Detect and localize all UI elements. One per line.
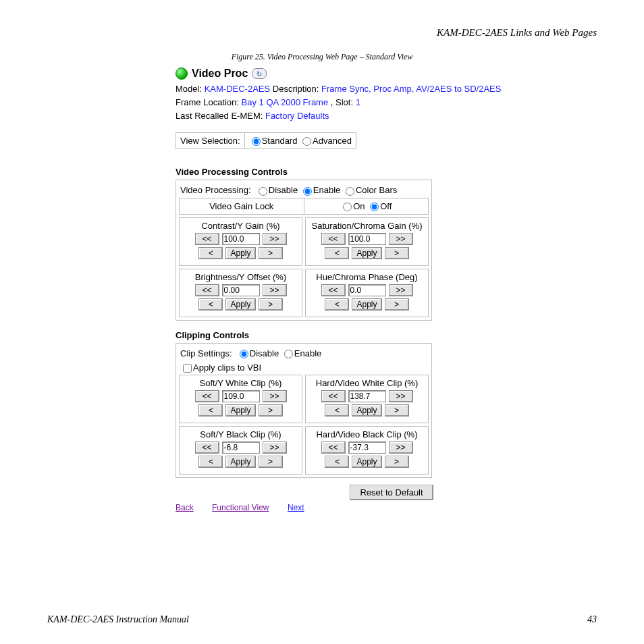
- hardwhite-dec2-button[interactable]: <<: [321, 390, 346, 402]
- view-advanced-label: Advanced: [313, 136, 352, 146]
- saturation-label: Saturation/Chroma Gain (%): [308, 221, 425, 231]
- vp-disable-radio[interactable]: [259, 187, 267, 196]
- softblack-apply-button[interactable]: Apply: [225, 456, 255, 468]
- contrast-label: Contrast/Y Gain (%): [182, 221, 299, 231]
- hardblack-inc2-button[interactable]: >>: [389, 441, 413, 454]
- contrast-apply-button[interactable]: Apply: [225, 247, 255, 259]
- view-standard-radio[interactable]: [252, 137, 261, 146]
- brightness-dec1-button[interactable]: <: [198, 298, 223, 311]
- back-link[interactable]: Back: [176, 503, 194, 512]
- nav-links: Back Functional View Next: [176, 503, 608, 512]
- saturation-apply-button[interactable]: Apply: [352, 247, 381, 259]
- vp-enable-radio[interactable]: [303, 187, 312, 196]
- model-value: KAM-DEC-2AES: [205, 84, 271, 94]
- brightness-cell: Brightness/Y Offset (%) << >> < Apply >: [179, 269, 302, 317]
- frame-label: Frame Location:: [176, 97, 242, 107]
- header-section: KAM-DEC-2AES Links and Web Pages: [47, 27, 597, 38]
- apply-vbi-label: Apply clips to VBI: [193, 363, 261, 373]
- saturation-inc2-button[interactable]: >>: [389, 233, 413, 245]
- brightness-inc2-button[interactable]: >>: [263, 284, 287, 296]
- contrast-dec1-button[interactable]: <: [198, 247, 223, 259]
- slot-label: , Slot:: [328, 97, 355, 107]
- clip-disable-label: Disable: [250, 348, 279, 358]
- hue-inc2-button[interactable]: >>: [389, 284, 413, 296]
- functional-view-link[interactable]: Functional View: [212, 503, 269, 512]
- slot-value: 1: [356, 97, 360, 107]
- apply-vbi-checkbox[interactable]: [183, 364, 192, 373]
- clip-panel: Clip Settings: Disable Enable Apply clip…: [176, 343, 432, 478]
- softwhite-inc1-button[interactable]: >: [259, 404, 283, 417]
- brightness-inc1-button[interactable]: >: [259, 298, 283, 311]
- hue-input[interactable]: [348, 284, 386, 296]
- softblack-cell: Soft/Y Black Clip (%) << >> < Apply >: [179, 426, 302, 475]
- hardblack-dec2-button[interactable]: <<: [321, 441, 346, 454]
- view-standard-label: Standard: [262, 136, 298, 146]
- gainlock-on-label: On: [353, 201, 365, 211]
- softblack-dec2-button[interactable]: <<: [195, 441, 219, 454]
- view-advanced-radio[interactable]: [302, 137, 311, 146]
- contrast-dec2-button[interactable]: <<: [195, 233, 219, 245]
- softwhite-input[interactable]: [222, 390, 260, 402]
- brightness-input[interactable]: [222, 284, 260, 296]
- softblack-dec1-button[interactable]: <: [198, 456, 223, 468]
- brightness-dec2-button[interactable]: <<: [195, 284, 219, 296]
- hardblack-inc1-button[interactable]: >: [385, 456, 409, 468]
- hue-apply-button[interactable]: Apply: [352, 298, 381, 311]
- vp-label: Video Processing:: [180, 185, 251, 195]
- saturation-dec2-button[interactable]: <<: [321, 233, 346, 245]
- saturation-cell: Saturation/Chroma Gain (%) << >> < Apply…: [305, 217, 429, 266]
- hue-inc1-button[interactable]: >: [385, 298, 409, 311]
- softblack-input[interactable]: [222, 441, 260, 454]
- softwhite-dec1-button[interactable]: <: [198, 404, 223, 417]
- next-link[interactable]: Next: [288, 503, 304, 512]
- figure-caption: Figure 25. Video Processing Web Page – S…: [47, 52, 597, 62]
- gainlock-on-radio[interactable]: [343, 203, 352, 211]
- softwhite-dec2-button[interactable]: <<: [195, 390, 219, 402]
- vp-colorbars-radio[interactable]: [346, 187, 354, 196]
- softwhite-cell: Soft/Y White Clip (%) << >> < Apply >: [179, 375, 302, 423]
- clip-disable-radio[interactable]: [240, 350, 248, 358]
- vp-enable-label: Enable: [313, 185, 340, 195]
- softwhite-inc2-button[interactable]: >>: [263, 390, 287, 402]
- hardwhite-inc2-button[interactable]: >>: [389, 390, 413, 402]
- gainlock-off-label: Off: [380, 201, 392, 211]
- softwhite-apply-button[interactable]: Apply: [225, 404, 255, 417]
- hardblack-cell: Hard/Video Black Clip (%) << >> < Apply …: [305, 426, 429, 475]
- emem-value: Factory Defaults: [265, 111, 329, 121]
- softblack-inc1-button[interactable]: >: [259, 456, 283, 468]
- saturation-inc1-button[interactable]: >: [385, 247, 409, 259]
- softblack-label: Soft/Y Black Clip (%): [182, 429, 299, 439]
- desc-value: Frame Sync, Proc Amp, AV/2AES to SD/2AES: [321, 84, 501, 94]
- refresh-icon[interactable]: ↻: [252, 68, 267, 79]
- softblack-inc2-button[interactable]: >>: [263, 441, 287, 454]
- hue-dec2-button[interactable]: <<: [321, 284, 346, 296]
- saturation-input[interactable]: [348, 233, 386, 245]
- contrast-inc2-button[interactable]: >>: [263, 233, 287, 245]
- hardwhite-inc1-button[interactable]: >: [385, 404, 409, 417]
- desc-label: Description:: [270, 84, 321, 94]
- hardblack-apply-button[interactable]: Apply: [352, 456, 381, 468]
- saturation-dec1-button[interactable]: <: [325, 247, 349, 259]
- reset-button[interactable]: Reset to Default: [350, 485, 433, 500]
- hardwhite-apply-button[interactable]: Apply: [352, 404, 381, 417]
- gainlock-off-radio[interactable]: [370, 203, 379, 211]
- hue-dec1-button[interactable]: <: [325, 298, 349, 311]
- hardwhite-input[interactable]: [348, 390, 386, 402]
- status-led-icon: [176, 68, 188, 80]
- hue-label: Hue/Chroma Phase (Deg): [308, 272, 425, 282]
- vp-colorbars-label: Color Bars: [356, 185, 397, 195]
- hardblack-input[interactable]: [348, 441, 386, 454]
- clip-enable-radio[interactable]: [284, 350, 293, 358]
- brightness-label: Brightness/Y Offset (%): [182, 272, 299, 282]
- contrast-input[interactable]: [222, 233, 260, 245]
- frame-value: Bay 1 QA 2000 Frame: [242, 97, 329, 107]
- brightness-apply-button[interactable]: Apply: [225, 298, 255, 311]
- contrast-inc1-button[interactable]: >: [259, 247, 283, 259]
- footer-page: 43: [587, 614, 597, 625]
- meta-block: Model: KAM-DEC-2AES Description: Frame S…: [176, 82, 608, 123]
- hardblack-label: Hard/Video Black Clip (%): [308, 429, 425, 439]
- hardwhite-dec1-button[interactable]: <: [325, 404, 349, 417]
- hardwhite-cell: Hard/Video White Clip (%) << >> < Apply …: [305, 375, 429, 423]
- vpc-panel: Video Processing: Disable Enable Color B…: [176, 180, 432, 320]
- hardblack-dec1-button[interactable]: <: [325, 456, 349, 468]
